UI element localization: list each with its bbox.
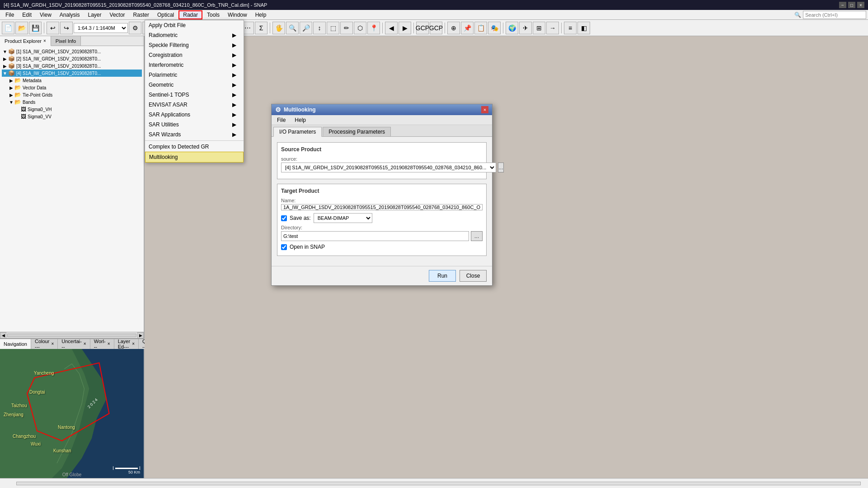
dialog-menu-file[interactable]: File xyxy=(273,116,289,124)
tab-io-parameters[interactable]: I/O Parameters xyxy=(273,127,322,137)
menu-edit[interactable]: Edit xyxy=(19,10,35,19)
tool3[interactable]: 🔎 xyxy=(300,22,312,34)
tab-colour[interactable]: Colour --- × xyxy=(31,339,58,349)
menu-multilooking[interactable]: Multilooking xyxy=(145,152,244,163)
menu-sar-applications[interactable]: SAR Applications ▶ xyxy=(145,110,244,120)
dialog-menu-help[interactable]: Help xyxy=(291,116,310,124)
tree-item-sigma-vv[interactable]: 🖼 Sigma0_VV xyxy=(2,113,142,120)
menu-analysis[interactable]: Analysis xyxy=(56,10,84,19)
tool2[interactable]: 🔍 xyxy=(286,22,299,34)
menu-speckle-filtering[interactable]: Speckle Filtering ▶ xyxy=(145,40,244,50)
close-product-explorer[interactable]: × xyxy=(43,38,46,43)
close-button[interactable]: × xyxy=(857,2,864,8)
menu-envisat-asar[interactable]: ENVISAT ASAR ▶ xyxy=(145,100,244,110)
tree-item-tie-point-grids[interactable]: ▶ 📂 Tie-Point Grids xyxy=(2,91,142,98)
menu-window[interactable]: Window xyxy=(224,10,251,19)
snap-button[interactable]: ⚙ xyxy=(129,22,141,34)
menu-sar-utilities[interactable]: SAR Utilities ▶ xyxy=(145,120,244,130)
menu-sar-wizards[interactable]: SAR Wizards ▶ xyxy=(145,130,244,139)
tool7[interactable]: ⬡ xyxy=(354,22,366,34)
layer-btn[interactable]: 📋 xyxy=(474,22,487,34)
tab-product-explorer[interactable]: Product Explorer × xyxy=(0,36,51,46)
world-btn[interactable]: 🌍 xyxy=(506,22,518,34)
redo-button[interactable]: ↪ xyxy=(60,22,73,34)
menu-complex-detected[interactable]: Complex to Detected GR xyxy=(145,142,244,152)
menu-radar[interactable]: Radar xyxy=(178,10,202,19)
mask-btn[interactable]: 🎭 xyxy=(488,22,501,34)
tab-processing-parameters[interactable]: Processing Parameters xyxy=(323,127,391,136)
search-input[interactable] xyxy=(803,11,866,19)
menu-coregistration[interactable]: Coregistration ▶ xyxy=(145,50,244,60)
tree-item-4[interactable]: ▼ 📦 [4] S1A_IW_GRDH_1SDV_20190828T0... xyxy=(2,70,142,77)
zoom-combo[interactable]: 1:64.3 / 1:1640M xyxy=(74,23,128,33)
menu-view[interactable]: View xyxy=(36,10,55,19)
dialog-close-button[interactable]: × xyxy=(481,106,488,113)
menu-geometric[interactable]: Geometric ▶ xyxy=(145,80,244,90)
menu-file[interactable]: File xyxy=(2,10,18,19)
new-button[interactable]: 📄 xyxy=(2,22,14,34)
tree-item-vector-data[interactable]: ▶ 📂 Vector Data xyxy=(2,84,142,91)
next-btn[interactable]: ▶ xyxy=(399,22,411,34)
close-colour-tab[interactable]: × xyxy=(51,341,54,346)
directory-input[interactable] xyxy=(281,231,469,241)
extra2[interactable]: ◧ xyxy=(577,22,590,34)
tree-item-sigma-vh[interactable]: 🖼 Sigma0_VH xyxy=(2,106,142,113)
close-world-tab[interactable]: × xyxy=(108,341,110,346)
gcp-btn[interactable]: GCP xyxy=(416,22,429,34)
open-in-snap-checkbox[interactable] xyxy=(281,244,287,250)
menu-interferometric[interactable]: Interferometric ▶ xyxy=(145,60,244,70)
map-area[interactable]: 2 0 2 4 Yancheng Dongtai Taizhou Nantong… xyxy=(0,349,144,478)
source-browse-button[interactable]: … xyxy=(498,163,504,172)
menu-radiometric[interactable]: Radiometric ▶ xyxy=(145,30,244,40)
source-select[interactable]: [4] S1A_IW_GRDH_1SDV_20190828T095515_201… xyxy=(281,163,496,172)
tool6[interactable]: ✏ xyxy=(340,22,353,34)
tab-uncertai[interactable]: Uncertai--- × xyxy=(58,339,90,349)
menu-raster[interactable]: Raster xyxy=(130,10,153,19)
tool8[interactable]: 📍 xyxy=(367,22,380,34)
menu-polarimetric[interactable]: Polarimetric ▶ xyxy=(145,70,244,80)
tree-item-bands[interactable]: ▼ 📂 Bands xyxy=(2,98,142,106)
tree-item-metadata[interactable]: ▶ 📂 Metadata xyxy=(2,77,142,84)
menu-sentinel1-tops[interactable]: Sentinel-1 TOPS ▶ xyxy=(145,90,244,100)
maximize-button[interactable]: □ xyxy=(848,2,855,8)
extra1[interactable]: ≡ xyxy=(564,22,577,34)
save-as-checkbox[interactable] xyxy=(281,215,287,221)
menu-optical[interactable]: Optical xyxy=(154,10,178,19)
tree-item-2[interactable]: ▶ 📦 [2] S1A_IW_GRDH_1SDV_20190828T0... xyxy=(2,55,142,62)
menu-vector[interactable]: Vector xyxy=(106,10,129,19)
format-select[interactable]: BEAM-DIMAP xyxy=(314,213,372,223)
run-button[interactable]: Run xyxy=(429,270,456,282)
tree-item-1[interactable]: ▼ 📦 [1] S1A_IW_GRDH_1SDV_20190828T0... xyxy=(2,48,142,55)
open-button[interactable]: 📂 xyxy=(15,22,28,34)
tab-navigation[interactable]: Navigation xyxy=(0,339,31,349)
menu-help[interactable]: Help xyxy=(252,10,270,19)
nav-btn[interactable]: ⊕ xyxy=(447,22,460,34)
tab-world[interactable]: Worl--- × xyxy=(90,339,114,349)
tree-item-3[interactable]: ▶ 📦 [3] S1A_IW_GRDH_1SDV_20190828T0... xyxy=(2,62,142,70)
tab-pixel-info[interactable]: Pixel Info xyxy=(51,36,81,46)
tool5[interactable]: ⬚ xyxy=(327,22,339,34)
name-input[interactable] xyxy=(281,204,483,210)
flight-btn[interactable]: ✈ xyxy=(519,22,532,34)
tab-layer-ed[interactable]: Layer Ed--- × xyxy=(114,339,139,349)
menu-layer[interactable]: Layer xyxy=(84,10,105,19)
sum-btn[interactable]: Σ xyxy=(255,22,267,34)
tool4[interactable]: ↕ xyxy=(313,22,326,34)
directory-browse-button[interactable]: … xyxy=(471,231,483,241)
undo-button[interactable]: ↩ xyxy=(47,22,59,34)
close-uncertai-tab[interactable]: × xyxy=(84,341,86,346)
window-controls[interactable]: − □ × xyxy=(839,2,864,8)
pin-btn[interactable]: 📌 xyxy=(461,22,474,34)
save-button[interactable]: 💾 xyxy=(29,22,42,34)
minimize-button[interactable]: − xyxy=(839,2,846,8)
scroll-left[interactable]: ◀ xyxy=(0,332,6,339)
menu-apply-orbit-file[interactable]: Apply Orbit File xyxy=(145,20,244,30)
gcp2-btn[interactable]: GCP xyxy=(430,22,442,34)
prev-btn[interactable]: ◀ xyxy=(385,22,398,34)
close-layer-tab[interactable]: × xyxy=(132,341,135,346)
tool1[interactable]: 🖐 xyxy=(272,22,285,34)
menu-tools[interactable]: Tools xyxy=(203,10,223,19)
scroll-right[interactable]: ▶ xyxy=(137,332,144,339)
grid-btn[interactable]: ⊞ xyxy=(533,22,545,34)
arrow-btn[interactable]: → xyxy=(546,22,559,34)
